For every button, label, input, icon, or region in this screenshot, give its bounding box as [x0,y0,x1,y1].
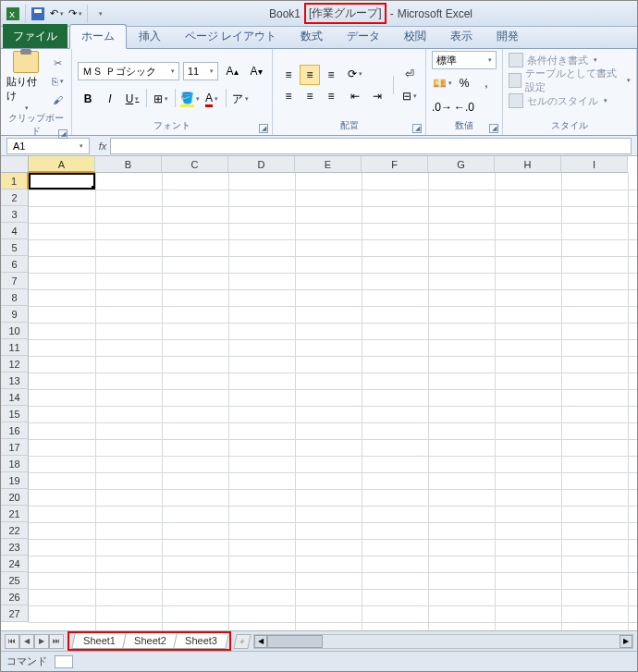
scroll-left-icon[interactable]: ◀ [254,635,267,648]
horizontal-scrollbar[interactable]: ◀ ▶ [253,634,633,649]
accounting-format-icon[interactable]: 💴▾ [432,73,452,93]
column-header[interactable]: D [228,156,295,173]
increase-decimal-icon[interactable]: .0→ [432,97,452,117]
column-header[interactable]: G [428,156,495,173]
name-box[interactable]: A1▾ [6,138,90,154]
tab-review[interactable]: 校閲 [392,24,438,48]
decrease-decimal-icon[interactable]: ←.0 [454,97,474,117]
fill-color-button[interactable]: 🪣▾ [179,89,200,109]
cut-icon[interactable]: ✂ [49,55,66,71]
column-header[interactable]: A [29,156,95,173]
column-header[interactable]: C [162,156,228,173]
merge-center-icon[interactable]: ⊟▾ [399,86,420,106]
row-header[interactable]: 12 [1,356,29,373]
comma-format-icon[interactable]: , [476,73,497,93]
decrease-font-icon[interactable]: A▾ [246,61,266,81]
row-header[interactable]: 14 [1,389,29,406]
tab-data[interactable]: データ [335,24,392,48]
sheet-tab[interactable]: Sheet3 [173,633,228,649]
border-button[interactable]: ⊞▾ [151,89,171,109]
tab-file[interactable]: ファイル [3,24,67,48]
row-header[interactable]: 21 [1,506,29,522]
font-name-select[interactable]: ＭＳ Ｐゴシック▾ [78,62,179,80]
tab-page-layout[interactable]: ページ レイアウト [173,24,288,48]
align-bottom-icon[interactable]: ≡ [321,65,341,85]
row-header[interactable]: 26 [1,589,29,605]
number-dialog-icon[interactable]: ◢ [489,124,498,133]
row-header[interactable]: 18 [1,456,29,472]
format-painter-icon[interactable]: 🖌 [49,92,66,108]
alignment-dialog-icon[interactable]: ◢ [412,124,422,133]
row-header[interactable]: 17 [1,439,29,456]
sheet-nav-last-icon[interactable]: ⏭ [49,634,64,649]
new-sheet-icon[interactable]: ✧ [233,634,251,649]
font-size-select[interactable]: 11▾ [183,62,218,80]
sheet-nav-next-icon[interactable]: ▶ [34,634,49,649]
format-as-table-button[interactable]: テーブルとして書式設定▾ [509,71,631,90]
column-header[interactable]: B [95,156,162,173]
increase-font-icon[interactable]: A▴ [222,61,242,81]
row-header[interactable]: 2 [1,189,29,206]
column-header[interactable]: I [561,156,628,173]
orientation-icon[interactable]: ⟳▾ [345,64,365,84]
row-header[interactable]: 6 [1,256,29,273]
row-header[interactable]: 22 [1,522,29,539]
cell-styles-button[interactable]: セルのスタイル▾ [509,92,607,110]
active-cell[interactable] [29,173,95,189]
qat-customize-icon[interactable]: ▾ [92,6,108,22]
align-center-icon[interactable]: ≡ [300,86,320,106]
row-header[interactable]: 1 [1,173,29,189]
wrap-text-icon[interactable]: ⏎ [399,64,420,84]
italic-button[interactable]: I [100,89,120,109]
increase-indent-icon[interactable]: ⇥ [367,86,387,106]
row-header[interactable]: 16 [1,422,29,439]
tab-insert[interactable]: 挿入 [127,24,173,48]
bold-button[interactable]: B [78,89,98,109]
row-header[interactable]: 20 [1,489,29,506]
undo-icon[interactable]: ↶▾ [48,6,65,22]
row-header[interactable]: 9 [1,306,29,323]
clipboard-dialog-icon[interactable]: ◢ [58,129,67,139]
cell-grid[interactable] [29,173,637,630]
tab-formulas[interactable]: 数式 [288,24,335,48]
sheet-tab[interactable]: Sheet2 [122,633,178,649]
decrease-indent-icon[interactable]: ⇤ [345,86,365,106]
row-header[interactable]: 24 [1,556,29,572]
select-all-corner[interactable] [1,156,29,173]
align-top-icon[interactable]: ≡ [278,65,299,85]
align-middle-icon[interactable]: ≡ [300,65,320,85]
tab-developer[interactable]: 開発 [485,24,531,48]
row-header[interactable]: 10 [1,323,29,339]
font-dialog-icon[interactable]: ◢ [259,124,268,133]
row-header[interactable]: 8 [1,289,29,306]
row-header[interactable]: 25 [1,572,29,589]
scroll-thumb[interactable] [267,635,323,648]
row-header[interactable]: 27 [1,605,29,622]
number-format-select[interactable]: 標準▾ [432,51,497,69]
row-header[interactable]: 7 [1,273,29,289]
redo-icon[interactable]: ↷▾ [67,6,83,22]
row-header[interactable]: 13 [1,373,29,389]
sheet-nav-first-icon[interactable]: ⏮ [5,634,19,649]
sheet-nav-prev-icon[interactable]: ◀ [19,634,34,649]
align-right-icon[interactable]: ≡ [321,86,341,106]
row-header[interactable]: 15 [1,406,29,422]
scroll-right-icon[interactable]: ▶ [620,635,632,648]
row-header[interactable]: 19 [1,472,29,489]
phonetic-button[interactable]: ア▾ [230,89,251,109]
tab-home[interactable]: ホーム [69,24,127,49]
save-icon[interactable] [30,6,46,22]
fx-icon[interactable]: fx [95,141,110,152]
copy-icon[interactable]: ⎘▾ [49,73,66,90]
row-header[interactable]: 11 [1,339,29,356]
sheet-tab[interactable]: Sheet1 [71,633,127,649]
font-color-button[interactable]: A▾ [202,89,222,109]
underline-button[interactable]: U▾ [122,89,142,109]
tab-view[interactable]: 表示 [438,24,485,48]
formula-bar[interactable] [110,138,632,154]
column-header[interactable]: E [295,156,362,173]
percent-format-icon[interactable]: % [454,73,474,93]
paste-button[interactable]: 貼り付け ▾ [6,51,45,112]
row-header[interactable]: 4 [1,223,29,239]
column-header[interactable]: F [362,156,428,173]
